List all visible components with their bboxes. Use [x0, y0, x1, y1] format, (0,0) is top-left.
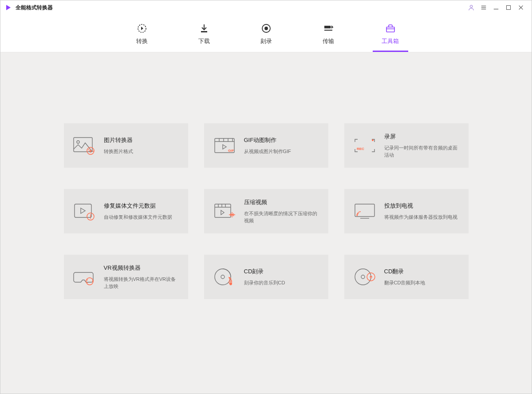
menu-icon[interactable] [477, 1, 490, 14]
card-title: VR视频转换器 [104, 264, 180, 272]
svg-rect-15 [74, 138, 92, 152]
app-title: 全能格式转换器 [16, 4, 53, 12]
svg-text:GIF: GIF [228, 149, 234, 153]
card-desc: 在不损失清晰度的情况下压缩你的视频 [244, 210, 320, 225]
svg-point-0 [470, 5, 472, 8]
card-desc: 从视频或图片制作GIF [244, 148, 320, 155]
tool-fix-metadata[interactable]: 修复媒体文件元数据 自动修复和修改媒体文件元数据 [64, 189, 188, 233]
app-logo-icon [5, 4, 12, 11]
transfer-icon [323, 23, 334, 34]
tool-cd-rip[interactable]: CD翻录 翻录CD音频到本地 [344, 255, 469, 299]
svg-rect-27 [75, 204, 91, 217]
screen-record-icon: REC [352, 133, 377, 158]
svg-point-30 [90, 218, 91, 219]
svg-rect-13 [324, 30, 332, 31]
content-area: 图片转换器 转换图片格式 GIF GIF动图制作 从视频或图片制作GIF [0, 52, 532, 394]
svg-point-11 [265, 27, 268, 30]
tool-image-converter[interactable]: 图片转换器 转换图片格式 [64, 123, 188, 168]
card-desc: 记录同一时间所有带有音频的桌面活动 [384, 144, 461, 159]
tab-label: 传输 [323, 37, 334, 45]
close-button[interactable] [515, 1, 527, 14]
image-converter-icon [72, 133, 97, 158]
card-title: 修复媒体文件元数据 [104, 202, 180, 210]
minimize-button[interactable] [490, 1, 502, 14]
svg-rect-31 [215, 204, 231, 217]
svg-rect-37 [355, 204, 374, 217]
maximize-button[interactable] [502, 1, 515, 14]
tab-label: 刻录 [260, 37, 272, 45]
cast-tv-icon [352, 199, 377, 224]
card-desc: 将视频作为媒体服务器投放到电视 [384, 213, 461, 221]
tool-vr-converter[interactable]: VR视频转换器 将视频转换为VR格式并在VR设备上放映 [64, 255, 188, 299]
fix-metadata-icon [72, 199, 97, 224]
svg-point-42 [221, 275, 225, 279]
card-desc: 转换图片格式 [104, 148, 180, 155]
download-icon [199, 23, 209, 34]
svg-point-25 [372, 139, 374, 141]
svg-rect-5 [507, 6, 511, 10]
tab-label: 工具箱 [382, 37, 399, 45]
svg-point-39 [356, 215, 358, 216]
card-title: 投放到电视 [384, 202, 461, 210]
card-title: 图片转换器 [104, 136, 180, 144]
card-title: CD翻录 [384, 268, 461, 276]
card-desc: 翻录CD音频到本地 [384, 279, 461, 287]
burn-icon [261, 23, 272, 34]
card-title: CD刻录 [244, 268, 320, 276]
svg-point-40 [86, 278, 93, 285]
tool-gif-maker[interactable]: GIF GIF动图制作 从视频或图片制作GIF [204, 123, 328, 168]
titlebar: 全能格式转换器 [0, 0, 532, 15]
card-title: GIF动图制作 [244, 136, 320, 144]
tool-screen-record[interactable]: REC 录屏 记录同一时间所有带有音频的桌面活动 [344, 123, 469, 168]
tools-grid: 图片转换器 转换图片格式 GIF GIF动图制作 从视频或图片制作GIF [64, 123, 469, 371]
vr-converter-icon [72, 264, 97, 289]
tab-label: 转换 [136, 37, 148, 45]
svg-point-45 [355, 269, 371, 285]
card-title: 压缩视频 [244, 198, 320, 206]
toolbox-icon [385, 23, 396, 34]
tab-download[interactable]: 下载 [186, 19, 222, 52]
card-desc: 将视频转换为VR格式并在VR设备上放映 [104, 276, 180, 290]
svg-rect-9 [201, 31, 207, 32]
tab-burn[interactable]: 刻录 [248, 19, 284, 52]
main-tabs: 转换 下载 刻录 传输 工具箱 [0, 15, 532, 52]
tool-cast-tv[interactable]: 投放到电视 将视频作为媒体服务器投放到电视 [344, 189, 469, 233]
convert-icon [137, 23, 147, 34]
svg-rect-12 [324, 26, 331, 28]
compress-video-icon [212, 199, 237, 224]
svg-text:REC: REC [357, 147, 364, 151]
tab-label: 下载 [198, 37, 210, 45]
card-desc: 刻录你的音乐到CD [244, 279, 320, 287]
user-icon[interactable] [465, 1, 477, 14]
svg-point-16 [77, 141, 79, 143]
tab-convert[interactable]: 转换 [124, 19, 160, 52]
gif-maker-icon: GIF [212, 133, 237, 158]
tab-toolbox[interactable]: 工具箱 [373, 19, 408, 52]
card-title: 录屏 [384, 133, 461, 141]
cd-rip-icon [352, 264, 377, 289]
tab-transfer[interactable]: 传输 [311, 19, 346, 52]
cd-burn-icon [212, 264, 237, 289]
svg-rect-14 [386, 27, 394, 32]
app-window: 全能格式转换器 转换 [0, 0, 532, 394]
svg-point-46 [361, 275, 365, 279]
tool-compress-video[interactable]: 压缩视频 在不损失清晰度的情况下压缩你的视频 [204, 189, 328, 233]
tool-cd-burn[interactable]: CD刻录 刻录你的音乐到CD [204, 255, 328, 299]
card-desc: 自动修复和修改媒体文件元数据 [104, 213, 180, 221]
